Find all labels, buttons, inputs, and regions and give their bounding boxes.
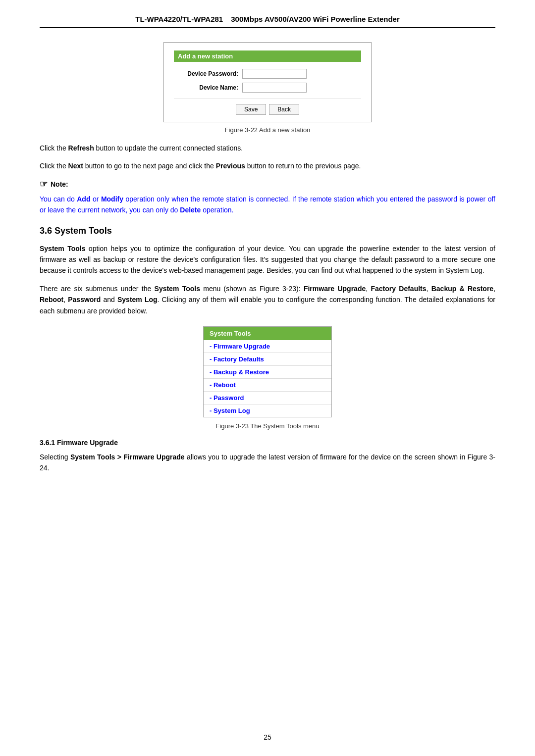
section-36-intro: System Tools option helps you to optimiz…: [40, 243, 495, 276]
figure-22-form: Device Password: Device Name:: [174, 69, 361, 93]
st-item-syslog: - System Log: [204, 404, 331, 417]
header-description: 300Mbps AV500/AV200 WiFi Powerline Exten…: [231, 15, 400, 23]
page: TL-WPA4220/TL-WPA281 300Mbps AV500/AV200…: [0, 0, 535, 756]
firmware-upgrade-bold: Firmware Upgrade: [304, 285, 366, 293]
delete-bold: Delete: [180, 206, 201, 214]
system-tools-fw-bold: System Tools > Firmware Upgrade: [70, 453, 185, 461]
next-bold: Next: [68, 162, 83, 170]
figure-22-caption: Figure 3-22 Add a new station: [40, 126, 495, 134]
note-section: ☞ Note: You can do Add or Modify operati…: [40, 179, 495, 216]
section-361-heading: 3.6.1 Firmware Upgrade: [40, 439, 495, 447]
figure-22-buttons: Save Back: [174, 99, 361, 115]
header-model: TL-WPA4220/TL-WPA281: [135, 15, 223, 23]
st-item-reboot: - Reboot: [204, 379, 331, 392]
page-header: TL-WPA4220/TL-WPA281 300Mbps AV500/AV200…: [40, 15, 495, 28]
note-label: ☞ Note:: [40, 179, 495, 190]
password-bold: Password: [68, 296, 101, 303]
device-name-input[interactable]: [242, 83, 307, 93]
page-number: 25: [0, 733, 535, 741]
note-title: Note:: [51, 180, 68, 188]
device-name-label: Device Name:: [179, 84, 238, 91]
add-bold: Add: [77, 195, 90, 203]
note-icon: ☞: [40, 179, 48, 190]
figure-22-box: Add a new station Device Password: Devic…: [163, 42, 372, 122]
reboot-bold: Reboot: [40, 296, 63, 303]
backup-restore-bold: Backup & Restore: [431, 285, 493, 293]
back-button[interactable]: Back: [269, 104, 299, 115]
factory-defaults-bold: Factory Defaults: [371, 285, 426, 293]
st-item-password: - Password: [204, 392, 331, 404]
figure-22-title: Add a new station: [174, 50, 361, 62]
modify-bold: Modify: [101, 195, 123, 203]
section-36-submenus: There are six submenus under the System …: [40, 283, 495, 316]
note-text: You can do Add or Modify operation only …: [40, 194, 495, 216]
previous-bold: Previous: [216, 162, 245, 170]
device-password-label: Device Password:: [179, 70, 238, 77]
st-item-backup: - Backup & Restore: [204, 366, 331, 379]
refresh-bold: Refresh: [68, 144, 94, 152]
device-name-row: Device Name:: [179, 83, 356, 93]
system-tools-bold2: System Tools: [155, 285, 200, 293]
system-tools-menu-figure: System Tools - Firmware Upgrade - Factor…: [203, 326, 332, 417]
st-item-firmware: - Firmware Upgrade: [204, 340, 331, 353]
system-tools-bold: System Tools: [40, 245, 85, 252]
section-361-text: Selecting System Tools > Firmware Upgrad…: [40, 452, 495, 474]
st-menu-header: System Tools: [204, 327, 331, 340]
st-item-factory: - Factory Defaults: [204, 353, 331, 366]
device-password-row: Device Password:: [179, 69, 356, 79]
paragraph-next-prev: Click the Next button to go to the next …: [40, 160, 495, 171]
section-36-heading: 3.6 System Tools: [40, 226, 495, 236]
figure-23-caption: Figure 3-23 The System Tools menu: [40, 422, 495, 430]
device-password-input[interactable]: [242, 69, 307, 79]
system-log-bold: System Log: [117, 296, 158, 303]
paragraph-refresh: Click the Refresh button to update the c…: [40, 143, 495, 153]
save-button[interactable]: Save: [236, 104, 266, 115]
